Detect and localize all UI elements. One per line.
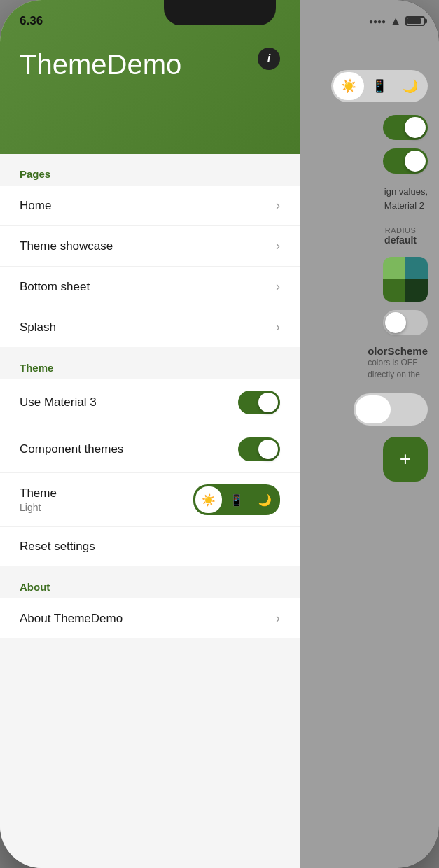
- right-seg-light[interactable]: ☀️: [333, 72, 364, 100]
- theme-item-component-themes: Component themes: [0, 426, 300, 473]
- theme-segmented-control[interactable]: ☀️ 📱 🌙: [193, 484, 280, 515]
- right-toggle-off-knob: [385, 312, 406, 333]
- bottom-sheet-label: Bottom sheet: [20, 280, 90, 294]
- right-toggle-1[interactable]: [383, 115, 428, 140]
- radius-label: RADIUS: [385, 226, 417, 234]
- right-panel: ●●●● ▲ ☀️ 📱 🌙: [300, 0, 439, 868]
- home-label: Home: [20, 199, 51, 213]
- menu-item-splash[interactable]: Splash ›: [0, 307, 300, 347]
- battery-icon: [405, 16, 425, 26]
- component-themes-toggle-knob: [258, 440, 278, 459]
- phone-screen: 6.36 ThemeDemo i Pages Home › Theme show…: [0, 0, 439, 868]
- drawer-content: Pages Home › Theme showcase › Bottom she…: [0, 154, 300, 868]
- about-section-header: About: [0, 567, 300, 598]
- right-content: ☀️ 📱 🌙 ign values, Material 2: [300, 35, 439, 487]
- theme-mode-item: Theme Light ☀️ 📱 🌙: [0, 473, 300, 527]
- swatch-green-light: [383, 257, 405, 279]
- theme-section-header: Theme: [0, 348, 300, 379]
- right-toggle-off[interactable]: [383, 310, 428, 335]
- color-scheme-desc2: directly on the: [368, 369, 428, 381]
- status-time: 6.36: [20, 14, 43, 28]
- swatch-teal: [405, 257, 428, 279]
- swatch-green-dark: [383, 279, 405, 302]
- theme-seg-system[interactable]: 📱: [223, 486, 250, 513]
- color-swatch: [383, 257, 428, 302]
- splash-chevron-icon: ›: [276, 320, 280, 335]
- theme-sub-label: Light: [20, 502, 57, 513]
- phone-frame: 6.36 ThemeDemo i Pages Home › Theme show…: [0, 0, 439, 868]
- theme-showcase-label: Theme showcase: [20, 239, 113, 253]
- right-toggle-2[interactable]: [383, 148, 428, 174]
- right-toggle-1-knob: [405, 117, 426, 138]
- theme-item-reset[interactable]: Reset settings: [0, 527, 300, 566]
- signal-icon: ●●●●: [369, 18, 386, 25]
- reset-label: Reset settings: [20, 540, 95, 554]
- radius-badge: RADIUS default: [373, 220, 428, 251]
- about-section: About ThemeDemo ›: [0, 598, 300, 638]
- theme-seg-light[interactable]: ☀️: [195, 486, 222, 513]
- component-themes-label: Component themes: [20, 442, 123, 456]
- pages-section-header: Pages: [0, 154, 300, 186]
- wifi-icon: ▲: [390, 15, 401, 27]
- rlt-btn-2[interactable]: [391, 396, 426, 424]
- material3-label: Use Material 3: [20, 396, 97, 410]
- home-chevron-icon: ›: [276, 198, 280, 213]
- right-text-block: ign values, Material 2: [373, 176, 439, 220]
- theme-section: Use Material 3 Component themes The: [0, 379, 300, 566]
- notch: [164, 0, 276, 25]
- pages-section: Home › Theme showcase › Bottom sheet › S…: [0, 186, 300, 347]
- menu-item-bottom-sheet[interactable]: Bottom sheet ›: [0, 267, 300, 307]
- right-toggle-2-knob: [405, 150, 426, 172]
- theme-item-material3: Use Material 3: [0, 379, 300, 426]
- radius-value: default: [384, 234, 417, 246]
- theme-showcase-chevron-icon: ›: [276, 239, 280, 253]
- right-theme-selector[interactable]: ☀️ 📱 🌙: [331, 70, 428, 102]
- right-text-1: ign values,: [384, 185, 428, 199]
- color-scheme-desc1: colors is OFF: [368, 357, 428, 369]
- right-seg-system[interactable]: 📱: [364, 72, 395, 100]
- drawer-panel: 6.36 ThemeDemo i Pages Home › Theme show…: [0, 0, 300, 868]
- about-chevron-icon: ›: [276, 611, 280, 626]
- swatch-dark: [405, 279, 428, 302]
- right-long-toggle[interactable]: [354, 393, 428, 426]
- fab-button[interactable]: +: [383, 437, 428, 482]
- about-label: About ThemeDemo: [20, 612, 123, 626]
- theme-mode-labels: Theme Light: [20, 486, 57, 513]
- fab-icon: +: [400, 448, 411, 470]
- app-title: ThemeDemo: [20, 49, 280, 80]
- bottom-sheet-chevron-icon: ›: [276, 279, 280, 294]
- menu-item-theme-showcase[interactable]: Theme showcase ›: [0, 226, 300, 267]
- right-seg-dark[interactable]: 🌙: [395, 72, 426, 100]
- material3-toggle-knob: [258, 393, 278, 412]
- splash-label: Splash: [20, 321, 56, 335]
- material3-toggle[interactable]: [238, 391, 280, 414]
- menu-item-about[interactable]: About ThemeDemo ›: [0, 598, 300, 638]
- theme-main-label: Theme: [20, 486, 57, 500]
- rlt-btn-1[interactable]: [356, 396, 391, 424]
- menu-item-home[interactable]: Home ›: [0, 186, 300, 226]
- color-scheme-title: olorScheme: [368, 345, 428, 357]
- right-color-scheme: olorScheme colors is OFF directly on the: [356, 338, 439, 388]
- right-text-2: Material 2: [384, 199, 428, 213]
- right-status-icons: ●●●● ▲: [369, 15, 425, 27]
- right-status-bar: ●●●● ▲: [300, 0, 439, 35]
- info-icon[interactable]: i: [258, 48, 280, 70]
- theme-seg-dark[interactable]: 🌙: [251, 486, 278, 513]
- component-themes-toggle[interactable]: [238, 438, 280, 461]
